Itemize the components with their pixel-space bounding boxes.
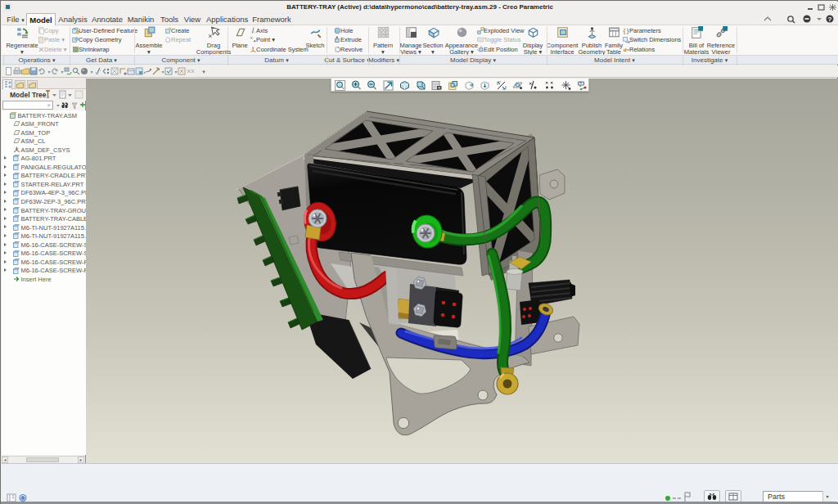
svg-text:?: ? <box>828 16 832 23</box>
svg-text:?: ? <box>579 80 582 85</box>
svg-text:{ }: { } <box>624 27 629 34</box>
